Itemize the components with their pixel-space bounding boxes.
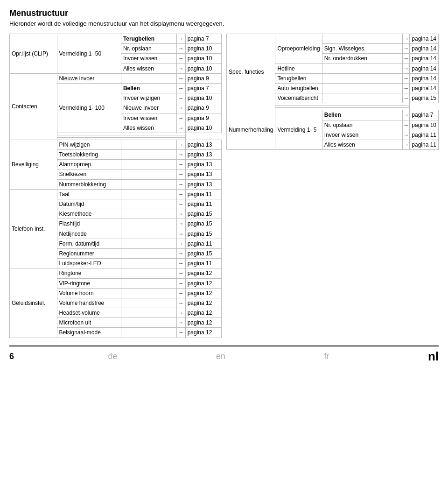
arrow-g1: → bbox=[176, 268, 185, 278]
cell-belsignaal-mode: Belsignaal-mode bbox=[57, 328, 121, 338]
arrow-b4: → bbox=[176, 169, 185, 179]
cell-empty-g3 bbox=[121, 288, 176, 298]
arrow-nh3: → bbox=[403, 130, 410, 140]
ref-t3: pagina 15 bbox=[185, 209, 221, 219]
ref-g6: pagina 12 bbox=[185, 318, 221, 328]
cell-nr-opslaan-nh: Nr. opslaan bbox=[322, 120, 403, 130]
cell-invoer-wissen-c: Invoer wissen bbox=[121, 113, 176, 123]
ref-t6: pagina 11 bbox=[185, 239, 221, 248]
ref-c4: pagina 9 bbox=[185, 103, 221, 113]
ref-b3: pagina 13 bbox=[185, 160, 221, 169]
arrow-c2: → bbox=[176, 83, 185, 93]
ref-sf3: pagina 14 bbox=[410, 83, 439, 93]
lang-nl: nl bbox=[428, 349, 439, 364]
cell-pin-wijzigen: PIN wijzigen bbox=[57, 140, 121, 149]
cell-bellen-c: Bellen bbox=[121, 83, 176, 93]
page-title: Menustructuur bbox=[9, 8, 439, 18]
arrow-t7: → bbox=[176, 248, 185, 258]
ref-t7: pagina 15 bbox=[185, 248, 221, 258]
arrow-t2: → bbox=[176, 199, 185, 209]
cell-empty-t6 bbox=[121, 239, 176, 248]
cell-spec-functies: Spec. functies bbox=[227, 34, 275, 110]
cell-alles-wissen-c: Alles wissen bbox=[121, 123, 176, 133]
arrow-t5: → bbox=[176, 229, 185, 239]
cell-alles-wissen-nh: Alles wissen bbox=[322, 140, 403, 149]
cell-empty-t7 bbox=[121, 248, 176, 258]
ref-nh2: pagina 10 bbox=[410, 120, 439, 130]
arrow-g3: → bbox=[176, 288, 185, 298]
ref-nh3: pagina 11 bbox=[410, 130, 439, 140]
arrow-sf1: → bbox=[403, 64, 410, 73]
lang-fr: fr bbox=[324, 352, 334, 361]
cell-alleswissen-opr: Alles wissen bbox=[121, 64, 176, 73]
cell-invoer-wissen-nh: Invoer wissen bbox=[322, 130, 403, 140]
ref-t8: pagina 11 bbox=[185, 259, 221, 268]
cell-luidspreker-led: Luidspreker-LED bbox=[57, 259, 121, 268]
ref-g4: pagina 12 bbox=[185, 298, 221, 308]
ref-t5: pagina 15 bbox=[185, 229, 221, 239]
lang-en: en bbox=[216, 352, 230, 361]
cell-empty-t4 bbox=[121, 219, 176, 229]
cell-microfoon-uit: Microfoon uit bbox=[57, 318, 121, 328]
ref-sf2: pagina 14 bbox=[410, 73, 439, 83]
ref-b4: pagina 13 bbox=[185, 169, 221, 179]
ref-nh1: pagina 7 bbox=[410, 110, 439, 120]
ref-t4: pagina 15 bbox=[185, 219, 221, 229]
cell-alarmoproep: Alarmoproep bbox=[57, 160, 121, 169]
cell-headset-volume: Headset-volume bbox=[57, 308, 121, 318]
arrow-t8: → bbox=[176, 259, 185, 268]
cell-voicemailbericht: Voicemailbericht bbox=[275, 93, 322, 103]
cell-regionummer: Regionummer bbox=[57, 248, 121, 258]
arrow-b2: → bbox=[176, 150, 185, 160]
cell-vermelding1-5: Vermelding 1- 5 bbox=[275, 110, 322, 150]
ref-opr3: pagina 10 bbox=[185, 54, 221, 64]
ref-c6: pagina 10 bbox=[185, 123, 221, 133]
cell-bellen-nh: Bellen bbox=[322, 110, 403, 120]
arrow-opr2: → bbox=[176, 44, 185, 54]
cell-empty-b3 bbox=[121, 160, 176, 169]
cell-datum-tijd: Datum/tijd bbox=[57, 199, 121, 209]
arrow-t1: → bbox=[176, 189, 185, 199]
arrow-opr4: → bbox=[176, 64, 185, 73]
cell-invoerwissen-opr: Invoer wissen bbox=[121, 54, 176, 64]
cell-oprlijst: Opr.lijst (CLIP) bbox=[10, 34, 57, 74]
ref-t2: pagina 11 bbox=[185, 199, 221, 209]
arrow-g2: → bbox=[176, 278, 185, 288]
arrow-g4: → bbox=[176, 298, 185, 308]
cell-empty-b5 bbox=[121, 179, 176, 189]
cell-contacten: Contacten bbox=[10, 73, 57, 140]
cell-ringtone: Ringtone bbox=[57, 268, 121, 278]
arrow-b3: → bbox=[176, 160, 185, 169]
ref-c1: pagina 9 bbox=[185, 73, 221, 83]
menu-container: Opr.lijst (CLIP) Vermelding 1- 50 Terugb… bbox=[9, 34, 439, 338]
cell-taal: Taal bbox=[57, 189, 121, 199]
arrow-t4: → bbox=[176, 219, 185, 229]
cell-vip-ringtone: VIP-ringtone bbox=[57, 278, 121, 288]
cell-kiesmethode: Kiesmethode bbox=[57, 209, 121, 219]
ref-b5: pagina 13 bbox=[185, 179, 221, 189]
ref-g5: pagina 12 bbox=[185, 308, 221, 318]
right-menu: Spec. functies Oproepomleiding → pagina … bbox=[226, 34, 439, 338]
arrow-opr1: → bbox=[176, 34, 185, 44]
cell-flashtijd: Flashtijd bbox=[57, 219, 121, 229]
arrow-g6: → bbox=[176, 318, 185, 328]
arrow-c3: → bbox=[176, 93, 185, 103]
ref-s2: pagina 14 bbox=[410, 44, 439, 54]
arrow-nh2: → bbox=[403, 120, 410, 130]
ref-g3: pagina 12 bbox=[185, 288, 221, 298]
cell-sign-wisselges: Sign. Wisselges. bbox=[322, 44, 403, 54]
cell-nummerherhaling: Nummerherhaling bbox=[227, 110, 275, 150]
arrow-g5: → bbox=[176, 308, 185, 318]
cell-empty-t2 bbox=[121, 199, 176, 209]
bottom-bar: 6 de en fr nl bbox=[9, 346, 439, 364]
cell-empty-t8 bbox=[121, 259, 176, 268]
cell-empty-g7 bbox=[121, 328, 176, 338]
arrow-s2: → bbox=[403, 44, 410, 54]
subtitle: Hieronder wordt de volledige menustructu… bbox=[9, 20, 439, 27]
cell-empty-b1 bbox=[121, 140, 176, 149]
cell-beveiliging: Beveiliging bbox=[10, 140, 57, 189]
ref-g1: pagina 12 bbox=[185, 268, 221, 278]
cell-empty-g6 bbox=[121, 318, 176, 328]
arrow-nh4: → bbox=[403, 140, 410, 149]
arrow-s1: → bbox=[403, 34, 410, 44]
